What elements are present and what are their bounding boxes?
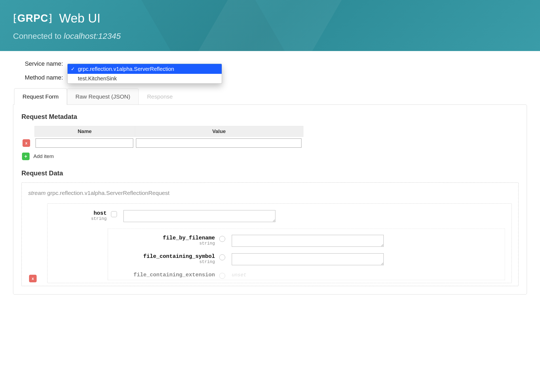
field-input[interactable] — [232, 235, 384, 247]
add-metadata-button[interactable]: + — [22, 153, 30, 160]
grpc-logo: ⁅GRPC⁆ — [13, 12, 53, 24]
service-name-label: Service name: — [13, 60, 67, 67]
service-selector-row: Service name: grpc.reflection.v1alpha.Se… — [13, 60, 527, 67]
tab-response: Response — [139, 88, 181, 105]
field-name: file_containing_symbol — [113, 253, 215, 260]
message-instance: x host string file_by_filename string — [47, 203, 512, 283]
oneof-radio[interactable] — [219, 236, 225, 242]
metadata-table: Name Value x — [21, 126, 303, 149]
method-name-label: Method name: — [13, 74, 67, 81]
field-row-file-by-filename: file_by_filename string — [113, 235, 499, 247]
field-input[interactable] — [232, 253, 384, 265]
field-name-host: host — [54, 210, 107, 216]
connection-status: Connected to localhost:12345 — [13, 31, 527, 41]
request-data-heading: Request Data — [21, 169, 519, 177]
delete-metadata-button[interactable]: x — [23, 139, 30, 147]
delete-message-button[interactable]: x — [29, 275, 37, 282]
field-toggle-host[interactable] — [111, 211, 117, 217]
service-dropdown-list: grpc.reflection.v1alpha.ServerReflection… — [67, 64, 222, 84]
add-metadata-label: Add item — [33, 153, 54, 159]
field-row-file-containing-symbol: file_containing_symbol string — [113, 253, 499, 265]
request-metadata-heading: Request Metadata — [21, 113, 519, 121]
metadata-name-input[interactable] — [36, 138, 133, 148]
metadata-col-name: Name — [34, 126, 135, 137]
field-name: file_by_filename — [113, 235, 215, 241]
oneof-radio[interactable] — [219, 254, 225, 260]
field-type: string — [113, 241, 215, 246]
field-row-file-containing-extension: file_containing_extension unset — [113, 272, 499, 279]
tab-request-form[interactable]: Request Form — [14, 88, 67, 105]
request-data-container: stream grpc.reflection.v1alpha.ServerRef… — [21, 182, 519, 286]
oneof-group: file_by_filename string file_containing_… — [108, 229, 505, 280]
field-type: string — [113, 260, 215, 264]
app-header: ⁅GRPC⁆ Web UI Connected to localhost:123… — [0, 0, 540, 51]
app-title: Web UI — [59, 11, 101, 26]
service-option[interactable]: test.KitchenSink — [68, 74, 222, 83]
tab-raw-request[interactable]: Raw Request (JSON) — [67, 88, 139, 105]
service-option-selected[interactable]: grpc.reflection.v1alpha.ServerReflection — [68, 64, 222, 74]
field-row-host: host string — [54, 210, 505, 222]
metadata-row: x — [21, 137, 303, 150]
add-metadata-row: + Add item — [22, 153, 519, 160]
connection-target: localhost:12345 — [64, 31, 121, 40]
oneof-radio[interactable] — [219, 273, 225, 279]
metadata-value-input[interactable] — [136, 138, 301, 148]
field-name: file_containing_extension — [113, 272, 215, 278]
field-type-host: string — [54, 216, 107, 221]
field-input-host[interactable] — [123, 210, 275, 222]
unset-label: unset — [232, 272, 246, 278]
metadata-col-value: Value — [135, 126, 303, 137]
request-form-panel: Request Metadata Name Value x + — [13, 105, 527, 295]
tab-bar: Request Form Raw Request (JSON) Response — [14, 88, 527, 105]
rpc-message-type: stream grpc.reflection.v1alpha.ServerRef… — [28, 190, 512, 196]
